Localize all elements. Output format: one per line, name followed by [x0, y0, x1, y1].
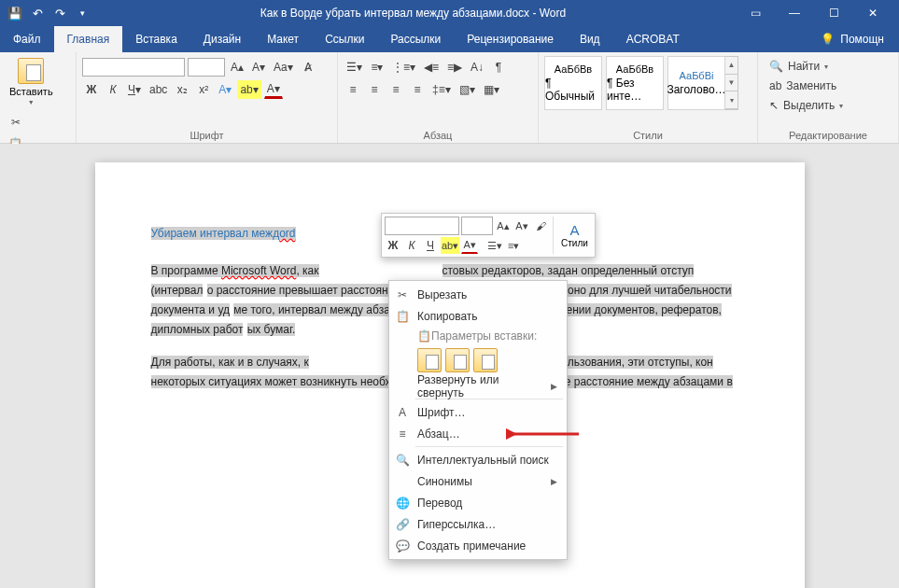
highlight-button[interactable]: ab▾	[237, 80, 260, 99]
find-button[interactable]: 🔍Найти▾	[769, 58, 887, 75]
save-icon[interactable]: 💾	[7, 6, 22, 21]
maximize-icon[interactable]: ☐	[815, 2, 852, 24]
align-left-button[interactable]: ≡	[344, 80, 362, 99]
increase-indent-button[interactable]: ≡▶	[444, 58, 465, 77]
cm-expand-collapse[interactable]: Развернуть или свернуть▶	[389, 375, 567, 397]
font-color-button[interactable]: A▾	[264, 80, 283, 99]
cm-comment[interactable]: 💬Создать примечание	[389, 535, 567, 556]
mini-grow-font[interactable]: A▴	[495, 217, 512, 234]
styles-expand[interactable]: ▲ ▼ ▾	[725, 56, 738, 110]
cm-synonyms[interactable]: Синонимы▶	[389, 470, 567, 492]
shrink-font-button[interactable]: A▾	[249, 58, 268, 77]
font-icon: A	[395, 406, 410, 419]
cm-hyperlink[interactable]: 🔗Гиперссылка…	[389, 513, 567, 535]
cm-smart-lookup[interactable]: 🔍Интеллектуальный поиск	[389, 449, 567, 470]
mini-toolbar: A▴ A▾ 🖌 Ж К Ч ab▾ A▾ ☰▾ ≡▾ A Стили	[381, 213, 596, 258]
text-effects-button[interactable]: A▾	[216, 80, 234, 99]
style-no-spacing[interactable]: АаБбВв ¶ Без инте…	[606, 56, 664, 110]
styles-icon: A	[569, 222, 579, 238]
quick-access-toolbar: 💾 ↶ ↷ ▾	[7, 6, 90, 21]
undo-icon[interactable]: ↶	[30, 6, 45, 21]
qat-dropdown-icon[interactable]: ▾	[75, 6, 90, 21]
group-paragraph: ☰▾ ≡▾ ⋮≡▾ ◀≡ ≡▶ A↓ ¶ ≡ ≡ ≡ ≡ ‡≡▾ ▧▾ ▦▾ А…	[338, 52, 539, 143]
numbering-button[interactable]: ≡▾	[368, 58, 386, 77]
tab-file[interactable]: Файл	[0, 26, 54, 52]
copy-icon: 📋	[395, 310, 410, 323]
style-heading[interactable]: АаБбВі Заголово…	[667, 56, 725, 110]
select-button[interactable]: ↖Выделить▾	[769, 97, 887, 114]
ribbon: Вставить ▼ ✂ 📋 🖌 Буфер обм… A▴ A▾ Aa▾ A̷…	[0, 52, 899, 144]
show-marks-button[interactable]: ¶	[489, 58, 508, 77]
shading-button[interactable]: ▧▾	[457, 80, 478, 99]
mini-highlight[interactable]: ab▾	[441, 237, 459, 254]
cm-translate[interactable]: 🌐Перевод	[389, 492, 567, 513]
clear-formatting-button[interactable]: A̷	[299, 58, 317, 77]
chevron-right-icon: ▶	[551, 477, 557, 486]
mini-bold[interactable]: Ж	[385, 237, 401, 254]
tab-review[interactable]: Рецензирование	[454, 26, 567, 52]
paste-button[interactable]: Вставить ▼	[6, 56, 57, 107]
mini-bullets[interactable]: ☰▾	[486, 237, 503, 254]
mini-italic[interactable]: К	[403, 237, 420, 254]
align-right-button[interactable]: ≡	[386, 80, 405, 99]
mini-format-painter[interactable]: 🖌	[532, 217, 549, 234]
bullets-button[interactable]: ☰▾	[344, 58, 365, 77]
tab-layout[interactable]: Макет	[254, 26, 312, 52]
styles-gallery[interactable]: АаБбВв ¶ Обычный АаБбВв ¶ Без инте… АаБб…	[544, 56, 725, 110]
bold-button[interactable]: Ж	[82, 80, 101, 99]
mini-shrink-font[interactable]: A▾	[513, 217, 530, 234]
redo-icon[interactable]: ↷	[52, 6, 67, 21]
cm-font[interactable]: AШрифт…	[389, 401, 567, 423]
chevron-down-icon[interactable]: ▼	[725, 75, 737, 92]
window-title: Как в Ворде убрать интервал между абзаца…	[99, 7, 727, 20]
replace-button[interactable]: abЗаменить	[769, 77, 887, 94]
mini-font-combo[interactable]	[385, 217, 459, 235]
ribbon-options-icon[interactable]: ▭	[737, 2, 774, 24]
cm-cut[interactable]: ✂Вырезать	[389, 284, 567, 305]
tab-mailings[interactable]: Рассылки	[377, 26, 454, 52]
align-center-button[interactable]: ≡	[365, 80, 384, 99]
tab-insert[interactable]: Вставка	[122, 26, 190, 52]
borders-button[interactable]: ▦▾	[481, 80, 502, 99]
group-label-editing: Редактирование	[764, 128, 892, 141]
change-case-button[interactable]: Aa▾	[271, 58, 296, 77]
subscript-button[interactable]: x₂	[173, 80, 191, 99]
chevron-up-icon[interactable]: ▲	[725, 57, 737, 75]
tab-references[interactable]: Ссылки	[312, 26, 377, 52]
tab-home[interactable]: Главная	[54, 26, 123, 52]
window-controls: ▭ ― ☐ ✕	[737, 2, 892, 24]
font-size-combo[interactable]	[188, 58, 225, 77]
tab-help[interactable]: 💡 Помощн	[808, 26, 899, 52]
chevron-down-icon: ▼	[28, 99, 35, 105]
close-icon[interactable]: ✕	[854, 2, 892, 24]
paste-keep-formatting[interactable]	[417, 348, 442, 372]
tab-design[interactable]: Дизайн	[190, 26, 254, 52]
paste-text-only[interactable]	[473, 348, 498, 372]
mini-numbering[interactable]: ≡▾	[505, 237, 522, 254]
cm-copy[interactable]: 📋Копировать	[389, 305, 567, 327]
mini-underline[interactable]: Ч	[422, 237, 439, 254]
styles-more-icon[interactable]: ▾	[725, 91, 737, 109]
tab-view[interactable]: Вид	[567, 26, 613, 52]
group-clipboard: Вставить ▼ ✂ 📋 🖌 Буфер обм…	[0, 52, 77, 143]
multilevel-list-button[interactable]: ⋮≡▾	[389, 58, 418, 77]
cut-button[interactable]: ✂	[6, 113, 25, 132]
decrease-indent-button[interactable]: ◀≡	[421, 58, 442, 77]
line-spacing-button[interactable]: ‡≡▾	[429, 80, 454, 99]
strikethrough-button[interactable]: abc	[147, 80, 170, 99]
group-styles: АаБбВв ¶ Обычный АаБбВв ¶ Без инте… АаБб…	[539, 52, 758, 143]
grow-font-button[interactable]: A▴	[228, 58, 246, 77]
mini-styles[interactable]: A Стили	[557, 217, 592, 254]
italic-button[interactable]: К	[104, 80, 122, 99]
style-normal[interactable]: АаБбВв ¶ Обычный	[544, 56, 602, 110]
mini-font-color[interactable]: A▾	[461, 237, 478, 254]
underline-button[interactable]: Ч▾	[125, 80, 144, 99]
sort-button[interactable]: A↓	[468, 58, 486, 77]
paste-merge-formatting[interactable]	[445, 348, 470, 372]
tab-acrobat[interactable]: ACROBAT	[613, 26, 693, 52]
mini-size-combo[interactable]	[461, 217, 493, 235]
superscript-button[interactable]: x²	[194, 80, 213, 99]
font-family-combo[interactable]	[82, 58, 185, 77]
minimize-icon[interactable]: ―	[776, 2, 813, 24]
justify-button[interactable]: ≡	[408, 80, 427, 99]
